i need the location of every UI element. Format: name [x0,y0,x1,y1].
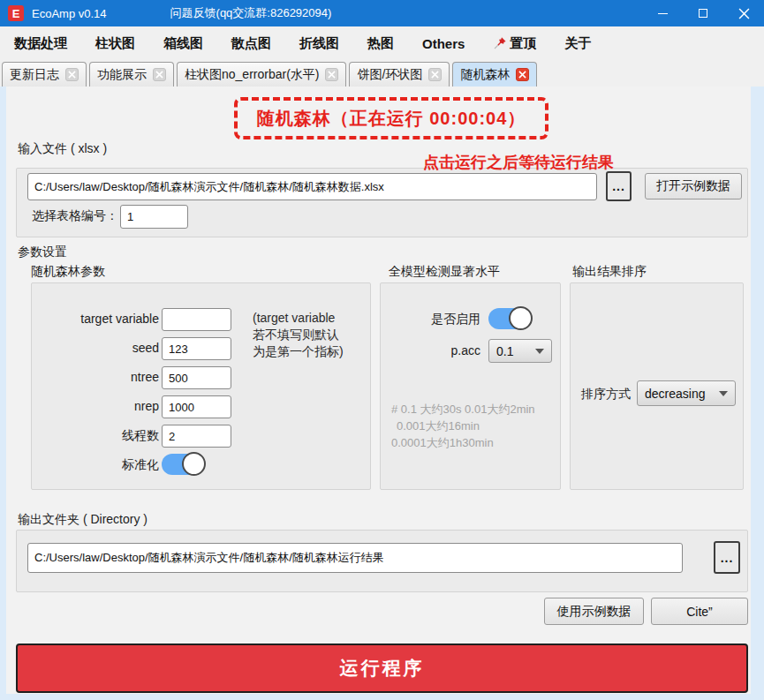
menu-label: 折线图 [299,35,339,52]
sort-panel: 排序方式 decreasing [570,282,744,490]
tab-close-icon[interactable] [428,68,442,81]
menu-pin-on-top[interactable]: 置顶 [493,35,536,52]
tab-close-icon[interactable] [153,68,166,81]
rf-panel-title: 随机森林参数 [31,264,105,280]
tab-bar: 更新日志 功能展示 柱状图no_errorbar(水平) 饼图/环状图 随机森林 [0,60,764,87]
input-file-section-label: 输入文件 ( xlsx ) [18,141,107,157]
nrep-label: nrep [35,399,159,413]
nrep-field[interactable] [162,395,231,418]
title-bar: E EcoAmp v0.14 问题反馈(qq交流群:826292094) [0,0,764,26]
sort-method-label: 排序方式 [581,387,631,403]
menu-box-plot[interactable]: 箱线图 [163,35,203,52]
enable-toggle[interactable] [488,308,531,329]
output-dir-path-field[interactable] [27,543,683,573]
params-section-label: 参数设置 [18,245,67,260]
note-line: 0.0001大约1h30min [391,434,555,451]
browse-output-dir-button[interactable]: ... [714,541,740,574]
runtime-estimate-note: # 0.1 大约30s 0.01大约2min 0.001大约16min 0.00… [391,401,555,451]
note-line: (target variable [253,310,372,327]
ntree-label: ntree [35,370,159,384]
menu-others[interactable]: Others [422,36,465,51]
tab-random-forest[interactable]: 随机森林 [452,62,537,87]
threads-label: 线程数 [35,428,159,444]
target-variable-field[interactable] [162,308,231,331]
menu-about[interactable]: 关于 [564,35,591,52]
menu-heatmap[interactable]: 热图 [367,35,394,52]
menu-label: 置顶 [510,35,536,52]
note-line: # 0.1 大约30s 0.01大约2min [391,401,555,418]
tab-label: 饼图/环状图 [357,67,422,83]
app-logo-icon: E [8,5,24,21]
scrollbar-track[interactable] [751,87,764,700]
menu-label: Others [422,36,465,51]
menu-label: 热图 [367,35,394,52]
wait-for-result-hint: 点击运行之后等待运行结果 [423,152,614,173]
normalize-toggle[interactable] [162,454,204,475]
sheet-number-field[interactable] [120,205,188,229]
menu-line-chart[interactable]: 折线图 [299,35,339,52]
maximize-icon [699,9,707,18]
output-dir-groupbox: ... [16,530,748,592]
seed-field[interactable] [162,337,231,360]
pushpin-icon [493,36,507,50]
cite-button[interactable]: Cite” [651,598,748,625]
tab-changelog[interactable]: 更新日志 [2,62,87,87]
chevron-down-icon [719,391,728,396]
sort-panel-title: 输出结果排序 [572,264,647,280]
minimize-icon [658,13,668,14]
run-program-button[interactable]: 运行程序 [16,644,748,693]
target-variable-label: target variable [35,312,159,326]
close-button[interactable] [723,0,764,26]
menu-data-processing[interactable]: 数据处理 [14,35,67,52]
sort-method-dropdown[interactable]: decreasing [637,380,736,406]
threads-field[interactable] [162,425,231,448]
pacc-value: 0.1 [496,344,513,358]
tab-barchart-no-errorbar[interactable]: 柱状图no_errorbar(水平) [177,62,346,87]
seed-label: seed [35,341,159,355]
chevron-down-icon [535,349,544,354]
minimize-button[interactable] [642,0,683,26]
menu-label: 数据处理 [14,35,67,52]
sheet-number-label: 选择表格编号： [32,208,118,224]
menu-bar: 数据处理 柱状图 箱线图 散点图 折线图 热图 Others 置顶 关于 [0,26,764,60]
normalize-label: 标准化 [35,457,159,473]
tab-close-icon[interactable] [65,68,79,81]
pacc-label: p.acc [407,343,480,358]
window-frame-left [0,87,6,700]
tab-label: 功能展示 [97,67,147,83]
target-variable-note: (target variable 若不填写则默认 为是第一个指标) [253,310,372,360]
input-file-groupbox: ... 打开示例数据 选择表格编号： [16,168,748,237]
toggle-knob [182,452,206,476]
menu-label: 关于 [564,35,591,52]
close-icon [738,8,750,19]
pacc-dropdown[interactable]: 0.1 [488,339,552,363]
tab-label: 柱状图no_errorbar(水平) [185,67,319,83]
menu-bar-chart[interactable]: 柱状图 [95,35,135,52]
menu-label: 散点图 [231,35,271,52]
maximize-button[interactable] [683,0,723,26]
tab-label: 随机森林 [460,67,510,83]
tab-feature-demo[interactable]: 功能展示 [89,62,174,87]
note-line: 0.001大约16min [391,418,555,434]
tab-label: 更新日志 [10,67,59,83]
tab-pie-donut[interactable]: 饼图/环状图 [349,62,450,87]
rf-params-panel: target variable seed ntree nrep 线程数 标准化 … [31,282,371,490]
tab-close-icon[interactable] [325,68,338,81]
window-frame-bottom [0,694,764,700]
sig-panel-title: 全模型检测显著水平 [389,264,500,280]
use-sample-data-button[interactable]: 使用示例数据 [544,598,644,625]
browse-input-file-button[interactable]: ... [606,171,632,201]
note-line: 若不填写则默认 [253,327,372,343]
ntree-field[interactable] [162,366,231,389]
app-title: EcoAmp v0.14 [32,7,107,20]
toggle-knob [509,306,533,330]
sig-level-panel: 是否启用 p.acc 0.1 # 0.1 大约30s 0.01大约2min 0.… [380,282,561,490]
menu-label: 柱状图 [95,35,135,52]
menu-scatter-plot[interactable]: 散点图 [231,35,271,52]
feedback-link[interactable]: 问题反馈(qq交流群:826292094) [170,5,332,21]
open-sample-data-button[interactable]: 打开示例数据 [645,173,742,199]
sort-method-value: decreasing [645,387,706,401]
input-file-path-field[interactable] [27,173,597,200]
tab-close-icon[interactable] [516,68,529,81]
running-status-banner: 随机森林（正在运行 00:00:04） [234,97,548,139]
